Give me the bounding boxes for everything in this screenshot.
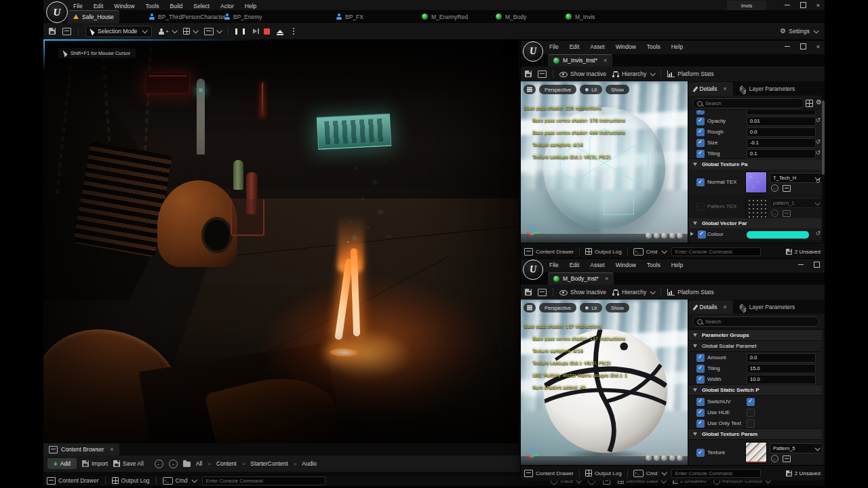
param-value-input[interactable]: -0.1	[747, 138, 816, 148]
texture-thumbnail[interactable]	[745, 171, 767, 193]
lit-dropdown[interactable]: Lit	[580, 303, 602, 312]
play-options-kebab[interactable]	[293, 30, 294, 32]
blueprints-dropdown[interactable]	[183, 28, 197, 35]
param-checkbox[interactable]	[696, 128, 705, 136]
save-icon[interactable]	[525, 289, 532, 296]
minimize-icon[interactable]	[785, 5, 790, 5]
save-level-icon[interactable]	[49, 28, 56, 35]
search-input[interactable]: Search	[692, 317, 819, 327]
browse-to-asset-icon[interactable]	[538, 289, 547, 296]
sphere-shape-button[interactable]	[654, 232, 660, 239]
cylinder-shape-button[interactable]	[646, 232, 652, 239]
cube-shape-button[interactable]	[669, 455, 675, 461]
plane-shape-button[interactable]	[661, 232, 667, 239]
param-checkbox[interactable]	[696, 409, 705, 417]
param-checkbox[interactable]	[696, 420, 705, 428]
menu-tools[interactable]: Tools	[646, 43, 662, 50]
menu-edit[interactable]: Edit	[568, 262, 581, 268]
menu-file[interactable]: File	[548, 262, 560, 268]
content-drawer-button[interactable]: Content Drawer	[524, 470, 574, 477]
show-dropdown[interactable]: Show	[606, 85, 629, 94]
close-icon[interactable]: ×	[110, 446, 113, 453]
menu-asset[interactable]: Asset	[589, 43, 606, 50]
minimize-icon[interactable]	[798, 264, 804, 265]
close-icon[interactable]: ×	[605, 275, 608, 282]
reset-icon[interactable]: ↺	[815, 117, 821, 123]
material-preview-viewport[interactable]: Perspective Lit Show Base pass shader: 2…	[521, 81, 688, 243]
maximize-icon[interactable]	[800, 43, 806, 49]
hierarchy-dropdown[interactable]: Hierarchy	[612, 289, 654, 296]
viewport-menu-button[interactable]	[524, 303, 536, 312]
menu-tools[interactable]: Tools	[646, 262, 662, 268]
param-checkbox[interactable]	[696, 178, 705, 186]
param-value-input[interactable]: 15.0	[747, 364, 816, 373]
tab-bp-fx[interactable]: BP_FX	[331, 10, 369, 23]
cmd-dropdown[interactable]: >_ Cmd	[633, 470, 666, 477]
colour-swatch[interactable]	[747, 231, 809, 239]
param-checkbox[interactable]	[696, 375, 705, 384]
use-selected-icon[interactable]: ←	[771, 184, 778, 192]
switch-value-checkbox[interactable]	[747, 409, 755, 417]
cmd-dropdown[interactable]: >_ Cmd	[633, 248, 666, 256]
tab-safe-house[interactable]: Safe_House	[68, 10, 119, 23]
menu-help[interactable]: Help	[670, 262, 684, 268]
maximize-icon[interactable]	[800, 2, 806, 8]
browse-to-asset-icon[interactable]	[783, 185, 791, 192]
tab-layer-parameters[interactable]: Layer Parameters	[733, 82, 802, 96]
frame-skip-button[interactable]	[253, 28, 257, 34]
browse-to-asset-icon[interactable]	[783, 210, 791, 217]
param-checkbox[interactable]	[696, 117, 705, 125]
perspective-dropdown[interactable]: Perspective	[539, 85, 576, 94]
tab-bp-thirdpersoncharacter[interactable]: BP_ThirdPersonCharacter	[144, 10, 231, 23]
section-global-scalar[interactable]: Global Scalar Paramet	[688, 341, 822, 352]
console-command-input[interactable]	[202, 476, 326, 485]
switch-value-checkbox[interactable]	[747, 420, 755, 428]
minimize-icon[interactable]	[785, 46, 790, 47]
content-drawer-button[interactable]: Content Drawer	[47, 477, 99, 485]
mesh-shape-button[interactable]	[677, 455, 683, 461]
close-icon[interactable]: ×	[723, 85, 726, 92]
search-input[interactable]: Search	[692, 98, 804, 108]
add-button[interactable]: + Add	[47, 458, 77, 469]
close-icon[interactable]: ×	[604, 57, 607, 64]
reset-icon[interactable]: ↺	[815, 149, 821, 156]
perspective-dropdown[interactable]: Perspective	[539, 303, 576, 312]
eject-button[interactable]	[277, 30, 283, 33]
param-checkbox[interactable]	[696, 365, 705, 373]
close-icon[interactable]: ×	[723, 304, 726, 310]
save-icon[interactable]	[525, 70, 532, 77]
section-global-texture[interactable]: Global Texture Param	[688, 429, 822, 440]
breadcrumb-startercontent[interactable]: StarterContent	[250, 460, 288, 467]
back-arrow-icon[interactable]: ←	[155, 460, 163, 468]
tab-m-enemyred[interactable]: M_EnemyRed	[416, 10, 473, 23]
asset-dropdown[interactable]: Pattern_5	[770, 443, 823, 453]
show-inactive-toggle[interactable]: Show Inactive	[559, 70, 606, 77]
gear-icon[interactable]: ⚙	[816, 99, 822, 106]
param-value-input[interactable]: 10.0	[747, 375, 816, 384]
param-checkbox[interactable]	[696, 139, 705, 147]
sphere-shape-button[interactable]	[654, 455, 660, 461]
param-value-input[interactable]: 0.1	[747, 149, 816, 159]
section-global-vector[interactable]: Global Vector Par	[688, 218, 822, 229]
tab-m-invis-inst[interactable]: M_Invis_Inst* ×	[548, 54, 612, 66]
reset-icon[interactable]: ↺	[815, 178, 821, 184]
plane-shape-button[interactable]	[661, 455, 667, 461]
menu-help[interactable]: Help	[243, 3, 258, 9]
menu-file[interactable]: File	[548, 43, 560, 50]
output-log-button[interactable]: Output Log	[585, 470, 622, 476]
texture-thumbnail[interactable]	[745, 442, 767, 464]
menu-build[interactable]: Build	[168, 3, 184, 9]
reset-icon[interactable]: ↺	[815, 138, 821, 145]
section-global-static-switch[interactable]: Global Static Switch P	[688, 385, 822, 396]
platform-stats-button[interactable]: Platform Stats	[667, 70, 713, 77]
selection-mode-dropdown[interactable]: Selection Mode	[85, 26, 152, 37]
tab-m-invis[interactable]: M_Invis	[560, 10, 600, 23]
maximize-icon[interactable]	[814, 262, 820, 268]
lit-dropdown[interactable]: Lit	[580, 85, 602, 94]
menu-asset[interactable]: Asset	[589, 262, 606, 268]
content-browser-tab[interactable]: Content Browser ×	[43, 443, 119, 455]
section-global-texture[interactable]: Global Texture Pa	[688, 159, 822, 170]
display-options-icon[interactable]	[806, 100, 813, 107]
asset-dropdown[interactable]: pattern_1	[770, 198, 823, 208]
param-value-input[interactable]: 0.01	[747, 117, 816, 126]
